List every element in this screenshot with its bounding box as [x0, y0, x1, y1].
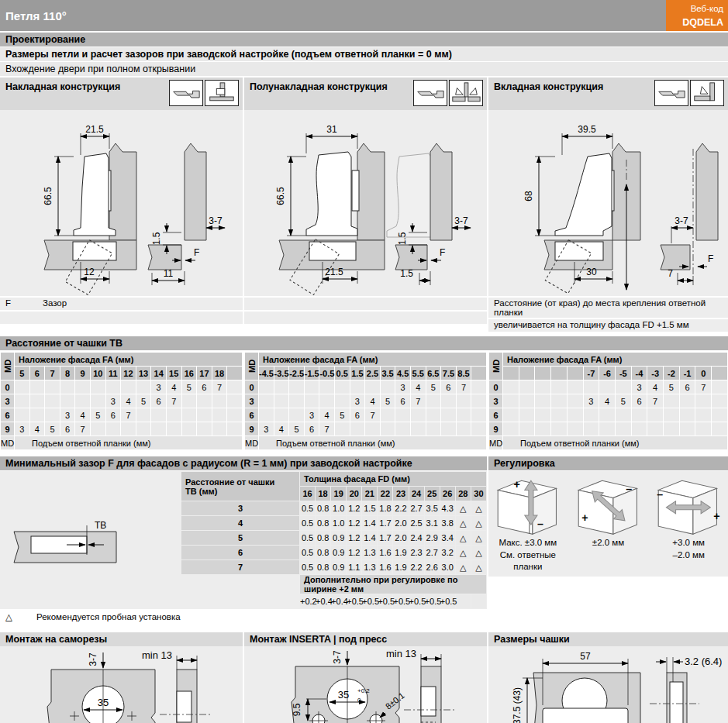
hinge-side-icon [654, 80, 688, 106]
gap-value-cell: 1.9 [393, 560, 408, 574]
dim-width: 57 [580, 651, 591, 662]
fa-value-cell: 7 [121, 408, 136, 422]
gap-value-cell: 1.2 [347, 501, 361, 515]
fa-value-cell [335, 422, 350, 436]
fa-footer-text: Подъем ответной планки (мм) [259, 436, 486, 449]
tb-row-header: Расстояние от чашки TB (мм) [181, 472, 299, 501]
fa-value-cell: 7 [319, 422, 334, 436]
gap-value-cell: 1.6 [378, 546, 392, 559]
fa-value-cell [584, 422, 599, 436]
md-row-label: 9 [245, 422, 258, 436]
panel-overlay-footnote: FЗазор [0, 298, 243, 310]
plus-sign: + [514, 478, 520, 491]
panel-inset-title: Вкладная конструкция [494, 80, 603, 92]
fa-value-cell [15, 380, 29, 394]
overlay-drawing-svg: 21.5 66.5 12 1.5 [0, 110, 243, 296]
panel-inset-note-2: увеличивается на толщину фасада FD +1.5 … [488, 319, 728, 332]
dim-hole-sub: 0 [357, 697, 361, 704]
fa-value-cell [568, 408, 583, 422]
fd-thickness: 28 [456, 487, 471, 501]
fa-value-cell: 3 [350, 394, 365, 408]
fa-value-cell: 4 [647, 380, 663, 394]
cup-dimensions-svg: 57 37.5 (43) 3.2 (6.4) () INSERTA [488, 646, 728, 723]
cup-dimensions-drawing: 57 37.5 (43) 3.2 (6.4) () INSERTA [488, 646, 728, 723]
fa-value-cell [106, 422, 121, 436]
fa-value-cell: 6 [106, 408, 121, 422]
fa-value-cell: 7 [411, 394, 426, 408]
dim-bottom: 30 [586, 267, 597, 277]
fa-value-cell: 4 [30, 422, 45, 436]
md-row-label: 3 [489, 394, 502, 408]
gap-value-cell: △ [471, 501, 486, 515]
mounting-plate [352, 170, 359, 211]
fa-value-cell: 6 [680, 380, 695, 394]
dim-edge: 11 [164, 268, 174, 279]
fa-column-header: 14 [151, 367, 166, 380]
gap-value-cell: 2.4 [409, 531, 424, 545]
fa-column-header: 16 [182, 367, 197, 380]
fa-value-cell [15, 408, 29, 422]
fa-value-cell [305, 394, 319, 408]
panel-half-overlay-header: Полунакладная конструкция [244, 77, 487, 110]
md-row-label: 9 [1, 422, 14, 436]
fa-column-header: -4 [632, 367, 647, 380]
fa-value-cell [551, 380, 567, 394]
spacer-cell [181, 575, 299, 594]
gap-value-cell: 3.0 [440, 560, 455, 574]
adjustment-height-svg: + – [488, 471, 568, 537]
dim-height: 68 [523, 191, 534, 201]
cup-dimensions-title: Размеры чашки [488, 632, 728, 646]
fa-column-header: 12 [121, 367, 136, 380]
gap-value-cell: 1.6 [378, 560, 392, 574]
fa-value-cell [712, 422, 727, 436]
fa-column-header: 6 [30, 367, 45, 380]
fa-value-cell [632, 422, 647, 436]
md-row-label: 6 [489, 408, 502, 422]
gap-value-cell: 1.2 [347, 516, 361, 530]
door-panel-2 [395, 245, 427, 270]
spacer-cell [181, 594, 299, 608]
fa-table-half-overlay: MDНаложение фасада FA (мм)-4.5-3.5-2.5-1… [244, 352, 487, 450]
dim-top: 21.5 [85, 124, 104, 135]
fa-value-cell: 3 [151, 380, 166, 394]
fa-value-cell [30, 394, 45, 408]
construction-row: Накладная конструкция [0, 77, 728, 332]
fa-value-cell [519, 394, 535, 408]
extra-adjust-value [456, 594, 471, 608]
adjustment-height-caption: Макс. ±3.0 мм См. ответные планки [488, 537, 568, 573]
extra-adjust-value: +0.5 [440, 594, 455, 608]
fa-table-inset: MDНаложение фасада FA (мм)-7-6-5-4-3-2-1… [488, 352, 728, 450]
cup-distance-title: Расстояние от чашки TB [0, 336, 728, 350]
fa-column-header [471, 367, 486, 380]
subtitle-note: Вхождение двери при полном открывании [0, 62, 728, 76]
fa-column-header: -4.5 [259, 367, 274, 380]
fa-value-cell [695, 408, 711, 422]
fa-column-header [227, 367, 242, 380]
fa-value-cell: 6 [395, 394, 410, 408]
fa-value-cell [457, 408, 471, 422]
fa-value-cell [45, 380, 60, 394]
fa-value-cell [568, 422, 583, 436]
fa-column-header: 13 [136, 367, 151, 380]
adjustment-side-svg: – + [649, 471, 728, 537]
fa-value-cell [212, 422, 227, 436]
fa-value-cell [584, 408, 599, 422]
dim-top: 39.5 [578, 124, 596, 135]
caption-line: ±2.0 мм [571, 537, 647, 549]
gap-value-cell: 2.7 [425, 546, 440, 559]
dim-top: 31 [326, 124, 337, 135]
fd-thickness: 16 [300, 487, 315, 501]
fa-value-cell [227, 408, 242, 422]
dim-overlay: 1.5 [397, 232, 408, 245]
fa-value-cell [695, 422, 711, 436]
fa-value-cell [695, 394, 711, 408]
md-axis-label: MD [1, 353, 14, 380]
fa-value-cell: 7 [365, 408, 380, 422]
fa-column-header: 3.5 [381, 367, 395, 380]
gap-value-cell: △ [471, 516, 486, 530]
cup-recess [309, 242, 356, 260]
fd-thickness: 21 [362, 487, 377, 501]
gap-value-cell: 3.4 [440, 531, 455, 545]
fa-value-cell [712, 408, 727, 422]
fa-value-cell [519, 408, 535, 422]
